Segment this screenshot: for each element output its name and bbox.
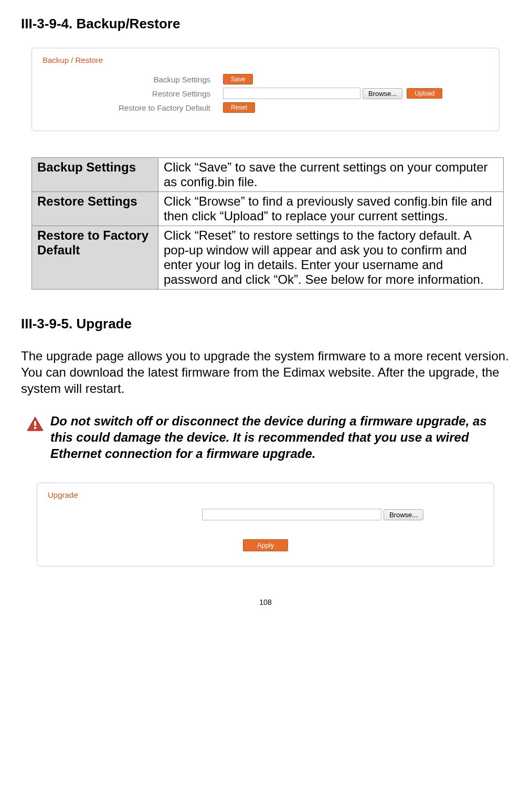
table-label-restore: Restore Settings <box>32 192 158 226</box>
upgrade-file-input[interactable] <box>202 509 381 520</box>
upgrade-panel: Upgrade Browse... Apply <box>37 483 494 567</box>
label-backup-settings: Backup Settings <box>43 75 223 84</box>
table-row: Restore Settings Click “Browse” to find … <box>32 192 504 226</box>
row-upgrade-file: Browse... <box>48 509 483 520</box>
table-desc-restore: Click “Browse” to find a previously save… <box>158 192 504 226</box>
upgrade-paragraph: The upgrade page allows you to upgrade t… <box>21 348 510 397</box>
browse-button-upgrade[interactable]: Browse... <box>384 509 423 520</box>
row-restore-settings: Restore Settings Browse... Upload <box>43 88 488 99</box>
backup-restore-panel: Backup / Restore Backup Settings Save Re… <box>31 48 500 131</box>
row-factory-default: Restore to Factory Default Reset <box>43 102 488 113</box>
reset-button[interactable]: Reset <box>223 102 255 113</box>
apply-button[interactable]: Apply <box>243 539 289 551</box>
upload-button[interactable]: Upload <box>407 88 442 99</box>
table-row: Backup Settings Click “Save” to save the… <box>32 158 504 192</box>
table-label-factory: Restore to Factory Default <box>32 226 158 290</box>
browse-button-restore[interactable]: Browse... <box>363 88 402 99</box>
save-button[interactable]: Save <box>223 74 253 84</box>
panel-title-backup: Backup / Restore <box>43 56 488 65</box>
svg-rect-1 <box>34 421 36 426</box>
label-factory-default: Restore to Factory Default <box>43 103 223 112</box>
warning-block: Do not switch off or disconnect the devi… <box>26 413 510 462</box>
warning-icon <box>26 416 44 435</box>
svg-rect-2 <box>34 427 36 429</box>
panel-title-upgrade: Upgrade <box>48 490 483 499</box>
warning-text: Do not switch off or disconnect the devi… <box>50 413 510 462</box>
page-number: 108 <box>21 598 510 606</box>
table-label-backup: Backup Settings <box>32 158 158 192</box>
section-heading-backup: III-3-9-4. Backup/Restore <box>21 16 510 32</box>
restore-file-input[interactable] <box>223 88 360 99</box>
row-apply: Apply <box>48 536 483 551</box>
table-desc-factory: Click “Reset” to restore settings to the… <box>158 226 504 290</box>
row-backup-settings: Backup Settings Save <box>43 74 488 84</box>
table-desc-backup: Click “Save” to save the current setting… <box>158 158 504 192</box>
table-row: Restore to Factory Default Click “Reset”… <box>32 226 504 290</box>
label-restore-settings: Restore Settings <box>43 89 223 98</box>
description-table: Backup Settings Click “Save” to save the… <box>31 157 504 290</box>
section-heading-upgrade: III-3-9-5. Upgrade <box>21 316 510 332</box>
